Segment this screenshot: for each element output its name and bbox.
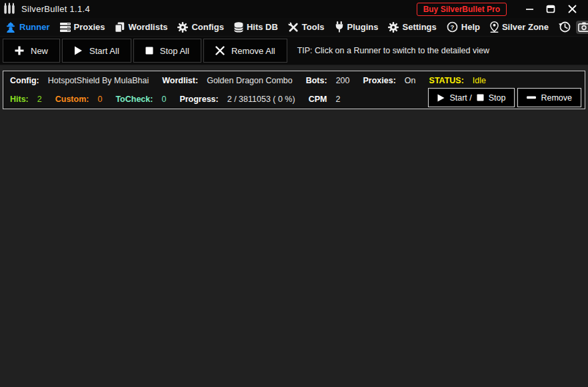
bots-value: 200 — [336, 76, 350, 85]
tocheck-value: 0 — [161, 95, 166, 104]
status-pair: STATUS: Idle — [429, 76, 486, 85]
tab-runner[interactable]: Runner — [5, 22, 50, 33]
nav-right-icons — [559, 20, 588, 34]
window-title: SilverBullet 1.1.4 — [21, 4, 90, 14]
toolbar: New Start All Stop All Remove All TIP: C… — [0, 37, 588, 65]
cpm-value: 2 — [335, 95, 340, 104]
history-icon — [559, 21, 571, 33]
server-icon — [60, 23, 71, 32]
minimize-icon — [525, 5, 534, 13]
gear-icon — [177, 22, 188, 33]
start-all-label: Start All — [89, 46, 119, 56]
titlebar: SilverBullet 1.1.4 Buy SilverBullet Pro — [0, 0, 588, 18]
title-right: Buy SilverBullet Pro — [417, 1, 583, 17]
bots-label: Bots: — [306, 76, 327, 85]
app-window: SilverBullet 1.1.4 Buy SilverBullet Pro — [0, 0, 588, 387]
custom-value: 0 — [97, 95, 102, 104]
tab-plugins[interactable]: Plugins — [335, 21, 379, 33]
navbar: Runner Proxies — [0, 18, 588, 37]
custom-label: Custom: — [55, 95, 89, 104]
remove-label: Remove — [541, 93, 572, 103]
config-value: HotspotShield By MulaBhai — [48, 76, 149, 85]
tab-wordlists[interactable]: Wordlists — [115, 22, 167, 33]
runner-list-area: Config: HotspotShield By MulaBhai Wordli… — [0, 65, 588, 387]
title-left: SilverBullet 1.1.4 — [4, 3, 90, 15]
tab-label: Proxies — [74, 22, 105, 32]
wordlist-pair: Wordlist: Golden Dragon Combo — [162, 76, 292, 85]
play-icon — [437, 94, 445, 102]
hits-pair: Hits: 2 — [10, 95, 42, 104]
app-logo-bullets-icon — [4, 3, 16, 15]
camera-icon — [578, 22, 588, 32]
minimize-button[interactable] — [519, 1, 540, 17]
cpm-label: CPM — [309, 95, 327, 104]
tab-label: Plugins — [347, 22, 379, 32]
tab-help[interactable]: ? Help — [447, 21, 480, 33]
copy-icon — [115, 22, 125, 33]
status-label: STATUS: — [429, 76, 464, 85]
start-stop-button[interactable]: Start / Stop — [428, 88, 515, 107]
minus-icon — [527, 96, 536, 99]
runner-row-info: Config: HotspotShield By MulaBhai Wordli… — [10, 71, 578, 90]
database-icon — [234, 22, 243, 33]
history-button[interactable] — [559, 21, 571, 33]
start-all-button[interactable]: Start All — [62, 39, 131, 63]
new-runner-label: New — [31, 46, 48, 56]
bots-pair: Bots: 200 — [306, 76, 350, 85]
wordlist-label: Wordlist: — [162, 76, 198, 85]
tab-label: Silver Zone — [502, 22, 549, 32]
tab-label: Runner — [19, 22, 50, 32]
tab-label: Wordlists — [128, 22, 167, 32]
tab-label: Settings — [402, 22, 436, 32]
tocheck-pair: ToCheck: 0 — [115, 95, 166, 104]
progress-label: Progress: — [179, 95, 218, 104]
tab-configs[interactable]: Configs — [177, 22, 223, 33]
progress-value: 2 / 3811053 ( 0 %) — [227, 95, 295, 104]
buy-pro-button[interactable]: Buy SilverBullet Pro — [417, 3, 507, 16]
runner-card-buttons: Start / Stop Remove — [428, 88, 581, 107]
x-icon — [215, 46, 225, 55]
tab-tools[interactable]: Tools — [288, 22, 325, 33]
close-icon — [568, 5, 577, 13]
tab-label: Hits DB — [247, 22, 278, 32]
tocheck-label: ToCheck: — [115, 95, 153, 104]
screenshot-button[interactable] — [576, 21, 588, 34]
remove-all-label: Remove All — [231, 46, 275, 56]
remove-button[interactable]: Remove — [517, 88, 581, 107]
close-button[interactable] — [561, 1, 583, 17]
stop-all-button[interactable]: Stop All — [133, 39, 201, 63]
config-label: Config: — [10, 76, 39, 85]
custom-pair: Custom: 0 — [55, 95, 103, 104]
maximize-button[interactable] — [540, 1, 561, 17]
runner-card[interactable]: Config: HotspotShield By MulaBhai Wordli… — [3, 71, 585, 109]
tab-hits-db[interactable]: Hits DB — [234, 22, 278, 33]
wordlist-value: Golden Dragon Combo — [207, 76, 293, 85]
maximize-icon — [546, 5, 555, 13]
progress-pair: Progress: 2 / 3811053 ( 0 %) — [179, 95, 295, 104]
hits-value: 2 — [37, 95, 42, 104]
tab-label: Help — [461, 22, 480, 32]
status-badge: Idle — [473, 76, 486, 85]
remove-all-button[interactable]: Remove All — [203, 39, 287, 63]
plus-icon — [15, 46, 24, 55]
new-runner-button[interactable]: New — [3, 39, 60, 63]
worker-icon — [5, 22, 16, 33]
stop-icon — [145, 47, 153, 55]
stop-icon — [477, 94, 484, 101]
tab-proxies[interactable]: Proxies — [60, 22, 105, 32]
tab-settings[interactable]: Settings — [388, 22, 436, 33]
tab-label: Tools — [302, 22, 325, 32]
tab-silver-zone[interactable]: Silver Zone — [490, 21, 549, 33]
config-pair: Config: HotspotShield By MulaBhai — [10, 76, 149, 85]
proxies-label: Proxies: — [363, 76, 396, 85]
play-icon — [74, 46, 83, 55]
hits-label: Hits: — [10, 95, 29, 104]
stop-label: Stop — [489, 93, 506, 103]
gear-icon — [388, 22, 399, 33]
tab-label: Configs — [191, 22, 223, 32]
tools-icon — [288, 22, 299, 33]
map-pin-icon — [490, 21, 499, 33]
svg-text:?: ? — [450, 23, 454, 31]
start-label: Start / — [449, 93, 471, 103]
proxies-pair: Proxies: On — [363, 76, 416, 85]
